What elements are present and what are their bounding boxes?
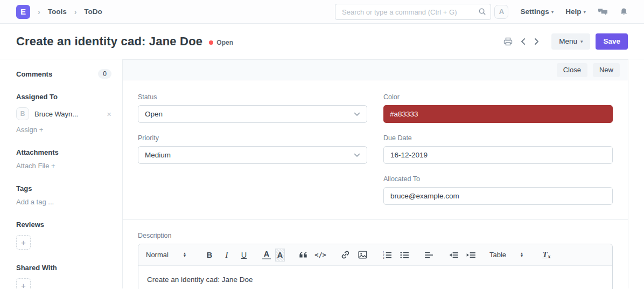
tags-heading: Tags xyxy=(16,184,111,192)
app-logo[interactable]: E xyxy=(16,5,30,19)
plus-icon: + xyxy=(51,162,55,170)
priority-select[interactable]: Medium xyxy=(138,146,367,164)
reviews-heading: Reviews xyxy=(16,221,111,229)
navbar: E › Tools › ToDo A Settings ▾ Help ▾ xyxy=(0,0,644,24)
save-button[interactable]: Save xyxy=(596,33,628,50)
due-date-label: Due Date xyxy=(383,134,613,142)
attach-file-label: Attach File xyxy=(16,162,49,170)
due-date-input[interactable] xyxy=(383,146,613,164)
paragraph-style-select[interactable]: Normal xyxy=(146,249,174,262)
clear-format-x: x xyxy=(548,253,551,259)
image-button[interactable] xyxy=(356,249,369,262)
section-divider xyxy=(123,219,628,220)
breadcrumb-todo[interactable]: ToDo xyxy=(84,8,102,16)
breadcrumb-tools[interactable]: Tools xyxy=(48,8,67,16)
attach-file-link[interactable]: Attach File + xyxy=(16,162,55,170)
print-icon[interactable] xyxy=(502,36,514,47)
chevron-down-icon: ▾ xyxy=(580,39,583,44)
next-doc-chevron-icon[interactable] xyxy=(533,37,541,46)
priority-value: Medium xyxy=(145,151,171,159)
form-card: Close New Status Open xyxy=(122,59,628,288)
allocated-to-label: Allocated To xyxy=(383,175,613,183)
breadcrumb-chevron-icon: › xyxy=(74,8,77,16)
align-button[interactable] xyxy=(423,249,436,262)
help-menu[interactable]: Help ▾ xyxy=(565,8,586,16)
bold-button[interactable]: B xyxy=(203,249,216,262)
link-button[interactable] xyxy=(339,249,352,262)
blockquote-button[interactable] xyxy=(297,249,310,262)
editor-toolbar: Normal ▲ ▼ B I U A A xyxy=(138,244,612,266)
search-icon xyxy=(478,8,486,16)
svg-text:3: 3 xyxy=(383,256,384,258)
assignee-name[interactable]: Bruce Wayn... xyxy=(34,110,78,118)
color-label: Color xyxy=(383,93,613,101)
assigned-to-heading: Assigned To xyxy=(16,93,111,101)
form-sidebar: Comments 0 Assigned To B Bruce Wayn... ×… xyxy=(0,59,122,288)
italic-button[interactable]: I xyxy=(220,249,233,262)
allocated-to-input[interactable] xyxy=(383,187,613,205)
global-search xyxy=(335,4,491,20)
bell-icon[interactable] xyxy=(620,8,628,16)
help-label: Help xyxy=(565,8,581,16)
due-date-field: Due Date xyxy=(383,134,613,164)
assign-label: Assign xyxy=(16,126,37,134)
shared-with-heading: Shared With xyxy=(16,264,111,272)
assignee-row: B Bruce Wayn... × xyxy=(16,107,111,120)
add-share-button[interactable]: + xyxy=(16,278,31,289)
status-indicator-label: Open xyxy=(216,39,233,46)
allocated-to-field: Allocated To xyxy=(383,175,613,205)
code-button[interactable]: </> xyxy=(314,249,327,262)
assign-link[interactable]: Assign + xyxy=(16,126,43,134)
status-dot-icon xyxy=(209,40,213,45)
chevron-down-icon: ▾ xyxy=(551,9,554,15)
form-column-right: Color #a83333 Due Date Allocated To xyxy=(383,93,613,216)
chevron-down-icon xyxy=(354,153,360,157)
comments-link[interactable]: Comments xyxy=(16,70,52,78)
form-status-toolbar: Close New xyxy=(123,60,628,80)
search-input[interactable] xyxy=(335,4,491,20)
style-updown-icon[interactable]: ▲ ▼ xyxy=(178,249,191,262)
color-field: Color #a83333 xyxy=(383,93,613,123)
status-indicator: Open xyxy=(209,39,233,46)
highlight-button[interactable]: A xyxy=(275,249,285,262)
close-button[interactable]: Close xyxy=(557,63,587,77)
bullet-list-button[interactable] xyxy=(398,249,411,262)
user-avatar[interactable]: A xyxy=(494,5,508,19)
clear-format-t: T xyxy=(542,250,547,259)
clear-format-button[interactable]: T x xyxy=(540,249,553,262)
chevron-down-icon: ▾ xyxy=(583,9,586,15)
remove-assignee-icon[interactable]: × xyxy=(107,110,111,118)
indent-button[interactable] xyxy=(465,249,478,262)
description-section: Description Normal ▲ ▼ B I U A xyxy=(138,232,613,289)
status-value: Open xyxy=(145,110,163,118)
page-header: Create an identity cad: Jane Doe Open Me… xyxy=(0,24,644,59)
underline-button[interactable]: U xyxy=(237,249,250,262)
breadcrumb-chevron-icon: › xyxy=(38,8,40,16)
add-review-button[interactable]: + xyxy=(16,235,31,250)
table-button[interactable]: Table xyxy=(489,249,511,262)
plus-icon: + xyxy=(21,238,26,247)
triangle-down-icon: ▼ xyxy=(183,255,186,257)
status-select[interactable]: Open xyxy=(138,105,367,123)
description-editor-content[interactable]: Create an identity cad: Jane Doe xyxy=(138,266,612,289)
font-color-button[interactable]: A xyxy=(262,250,271,259)
plus-icon: + xyxy=(39,126,44,134)
plus-icon: + xyxy=(21,281,26,289)
status-label: Status xyxy=(138,93,367,101)
triangle-down-icon: ▼ xyxy=(520,255,523,257)
attachments-heading: Attachments xyxy=(16,148,111,156)
comments-count-badge: 0 xyxy=(98,69,111,79)
menu-button[interactable]: Menu ▾ xyxy=(551,33,590,50)
chevron-down-icon xyxy=(354,112,360,116)
settings-menu[interactable]: Settings ▾ xyxy=(520,8,554,16)
chat-icon[interactable] xyxy=(598,8,608,16)
table-updown-icon[interactable]: ▲ ▼ xyxy=(515,249,528,262)
page-title: Create an identity cad: Jane Doe xyxy=(16,35,202,49)
outdent-button[interactable] xyxy=(447,249,460,262)
priority-label: Priority xyxy=(138,134,367,142)
add-tag-input[interactable]: Add a tag ... xyxy=(16,198,54,206)
ordered-list-button[interactable]: 1 2 3 xyxy=(381,249,394,262)
new-button[interactable]: New xyxy=(593,63,620,77)
prev-doc-chevron-icon[interactable] xyxy=(519,37,527,46)
color-input[interactable]: #a83333 xyxy=(383,105,613,123)
